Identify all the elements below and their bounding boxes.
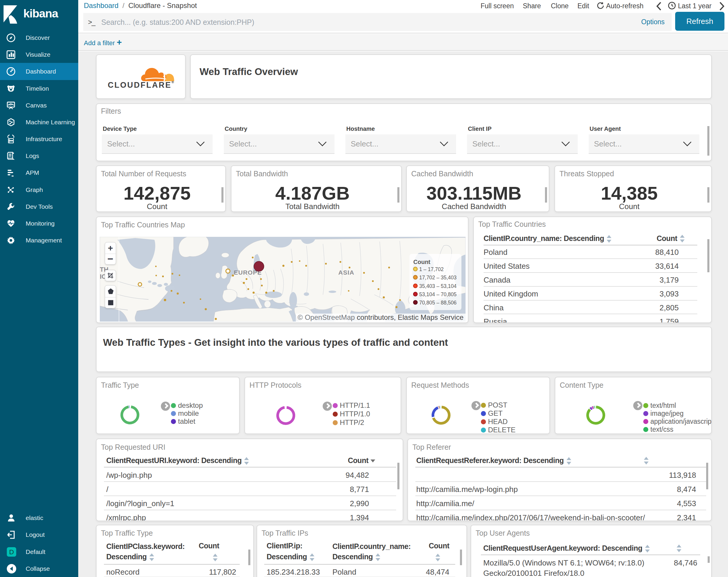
svg-text:© OpenStreetMap contributors,: © OpenStreetMap contributors, Elastic Ma… (297, 313, 464, 321)
svg-text:70,805 – 88,506: 70,805 – 88,506 (419, 300, 457, 306)
svg-text:Count: Count (413, 259, 431, 265)
svg-text:ASIA: ASIA (338, 269, 354, 276)
svg-text:1 – 17,702: 1 – 17,702 (419, 266, 444, 272)
svg-text:35,403 – 53,104: 35,403 – 53,104 (419, 283, 457, 289)
svg-text:D: D (9, 548, 14, 556)
svg-text:53,104 – 70,805: 53,104 – 70,805 (419, 292, 457, 297)
svg-text:17,702 – 35,403: 17,702 – 35,403 (419, 275, 457, 280)
